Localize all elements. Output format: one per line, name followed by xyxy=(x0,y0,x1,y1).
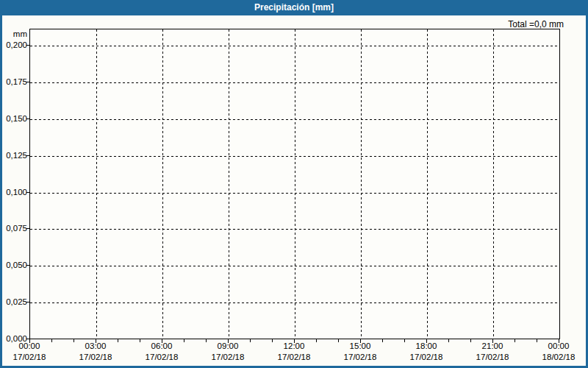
x-tick-label: 00:0018/02/18 xyxy=(532,341,585,363)
v-gridline xyxy=(361,29,362,339)
x-tick-label: 00:0017/02/18 xyxy=(3,341,56,363)
y-tick-label: 0,050 xyxy=(2,260,27,270)
y-axis-unit-label: mm xyxy=(2,29,27,39)
chart-content: Total =0,0 mm mm 0,2000,1750,1500,1250,1… xyxy=(0,15,588,368)
v-gridline xyxy=(229,29,229,339)
y-tick-label: 0,075 xyxy=(2,223,27,233)
x-tick-time: 06:00 xyxy=(135,341,188,352)
x-tick-date: 17/02/18 xyxy=(466,352,519,363)
x-tick-time: 03:00 xyxy=(69,341,122,352)
x-tick-date: 18/02/18 xyxy=(532,352,585,363)
chart-window: Precipitación [mm] Total =0,0 mm mm 0,20… xyxy=(0,0,588,368)
x-tick-time: 18:00 xyxy=(400,341,453,352)
y-tick-label: 0,200 xyxy=(2,40,27,50)
v-gridline xyxy=(427,29,428,339)
x-tick-date: 17/02/18 xyxy=(400,352,453,363)
y-tick-label: 0,125 xyxy=(2,150,27,160)
x-tick-time: 00:00 xyxy=(532,341,585,352)
x-tick-date: 17/02/18 xyxy=(3,352,56,363)
x-tick-label: 21:0017/02/18 xyxy=(466,341,519,363)
x-tick-time: 15:00 xyxy=(334,341,387,352)
x-tick-label: 03:0017/02/18 xyxy=(69,341,122,363)
y-tick-label: 0,175 xyxy=(2,77,27,87)
x-tick-label: 15:0017/02/18 xyxy=(334,341,387,363)
x-tick-time: 12:00 xyxy=(268,341,320,352)
total-label: Total =0,0 mm xyxy=(508,19,564,29)
plot-area xyxy=(29,29,560,339)
x-tick-date: 17/02/18 xyxy=(201,352,254,363)
y-tick-label: 0,150 xyxy=(2,113,27,124)
x-tick-date: 17/02/18 xyxy=(268,352,320,363)
x-tick-time: 09:00 xyxy=(201,341,254,352)
v-gridline xyxy=(162,29,163,339)
x-tick-date: 17/02/18 xyxy=(69,352,122,363)
v-gridline xyxy=(295,29,295,339)
v-gridline xyxy=(493,29,494,339)
x-tick-label: 12:0017/02/18 xyxy=(268,341,320,363)
v-gridline xyxy=(96,29,97,339)
x-tick-time: 00:00 xyxy=(3,341,56,352)
x-tick-label: 18:0017/02/18 xyxy=(400,341,453,363)
x-tick-date: 17/02/18 xyxy=(135,352,188,363)
x-tick-label: 09:0017/02/18 xyxy=(201,341,254,363)
x-tick-time: 21:00 xyxy=(466,341,519,352)
chart-title: Precipitación [mm] xyxy=(0,0,588,15)
y-tick-label: 0,100 xyxy=(2,187,27,197)
x-tick-date: 17/02/18 xyxy=(334,352,387,363)
y-tick-label: 0,025 xyxy=(2,297,27,307)
x-tick-label: 06:0017/02/18 xyxy=(135,341,188,363)
